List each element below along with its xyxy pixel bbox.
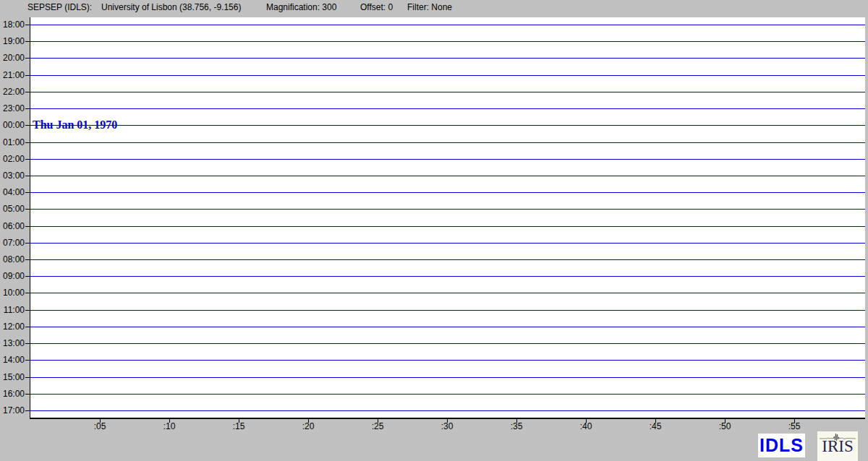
filter-label: Filter: None — [407, 2, 452, 13]
hour-tick — [25, 327, 30, 327]
trace-line-15:00 — [30, 377, 865, 378]
hour-label: 04:00 — [0, 187, 25, 197]
hour-tick — [25, 377, 30, 378]
trace-line-14:00 — [30, 360, 865, 361]
trace-line-00:00 — [30, 125, 865, 126]
hour-label: 19:00 — [0, 36, 25, 46]
minute-label: :05 — [88, 421, 111, 431]
minute-label: :10 — [158, 421, 181, 431]
hour-tick — [25, 125, 30, 126]
trace-line-07:00 — [30, 243, 865, 244]
minute-label: :45 — [644, 421, 667, 431]
trace-line-08:00 — [30, 259, 865, 260]
idls-logo-text: IDLS — [760, 435, 804, 456]
hour-label: 18:00 — [0, 20, 25, 30]
trace-line-05:00 — [30, 209, 865, 210]
station-location: University of Lisbon (38.756, -9.156) — [101, 2, 241, 13]
station-label: SEPSEP (IDLS): — [27, 2, 92, 13]
trace-line-20:00 — [30, 58, 865, 59]
hour-tick — [25, 176, 30, 176]
hour-label: 11:00 — [0, 305, 25, 315]
trace-line-18:00 — [30, 25, 865, 25]
minute-label: :35 — [505, 421, 528, 431]
hour-label: 09:00 — [0, 271, 25, 281]
hour-tick — [25, 293, 30, 293]
hour-tick — [25, 25, 30, 25]
hour-label: 01:00 — [0, 137, 25, 147]
minute-label: :30 — [435, 421, 459, 431]
trace-line-13:00 — [30, 343, 865, 344]
trace-line-09:00 — [30, 276, 865, 277]
trace-line-06:00 — [30, 226, 865, 227]
hour-tick — [25, 410, 30, 411]
trace-line-23:00 — [30, 108, 865, 109]
hour-label: 16:00 — [0, 389, 25, 399]
hour-label: 14:00 — [0, 355, 25, 365]
trace-line-21:00 — [30, 75, 865, 76]
hour-tick — [25, 226, 30, 227]
trace-line-03:00 — [30, 176, 865, 176]
hour-tick — [25, 276, 30, 277]
hour-tick — [25, 259, 30, 260]
hour-label: 17:00 — [0, 405, 25, 415]
hour-tick — [25, 310, 30, 311]
magnification-label: Magnification: 300 — [266, 2, 336, 13]
offset-label: Offset: 0 — [360, 2, 393, 13]
hour-tick — [25, 58, 30, 59]
trace-line-16:00 — [30, 394, 865, 395]
hour-tick — [25, 360, 30, 361]
hour-label: 05:00 — [0, 204, 25, 214]
minute-label: :15 — [227, 421, 250, 431]
trace-line-02:00 — [30, 159, 865, 160]
hour-label: 07:00 — [0, 238, 25, 248]
hour-label: 06:00 — [0, 221, 25, 231]
trace-line-04:00 — [30, 192, 865, 193]
hour-tick — [25, 108, 30, 109]
minute-label: :25 — [366, 421, 389, 431]
minute-label: :20 — [297, 421, 320, 431]
hour-tick — [25, 394, 30, 395]
hour-label: 20:00 — [0, 53, 25, 63]
trace-line-10:00 — [30, 293, 865, 293]
idls-applet-window: { "header": { "station": "SEPSEP (IDLS):… — [0, 0, 868, 461]
hour-label: 21:00 — [0, 70, 25, 80]
hour-label: 00:00 — [0, 120, 25, 130]
hour-label: 10:00 — [0, 288, 25, 298]
idls-logo: IDLS — [758, 434, 805, 457]
hour-label: 23:00 — [0, 103, 25, 113]
trace-line-11:00 — [30, 310, 865, 311]
seismogram-plot-canvas[interactable]: Thu Jan 01, 1970 — [30, 17, 865, 419]
iris-logo: IRIS — [817, 431, 858, 461]
hour-label: 02:00 — [0, 154, 25, 164]
trace-line-12:00 — [30, 327, 865, 327]
minute-label: :40 — [574, 421, 597, 431]
trace-line-01:00 — [30, 142, 865, 143]
hour-tick — [25, 75, 30, 76]
hour-tick — [25, 92, 30, 92]
iris-logo-text: IRIS — [817, 439, 858, 454]
hour-label: 22:00 — [0, 87, 25, 97]
hour-tick — [25, 159, 30, 160]
trace-line-22:00 — [30, 92, 865, 92]
hour-tick — [25, 343, 30, 344]
hour-label: 15:00 — [0, 372, 25, 382]
hour-tick — [25, 41, 30, 42]
hour-tick — [25, 142, 30, 143]
minute-label: :55 — [783, 421, 806, 431]
hour-tick — [25, 243, 30, 244]
hour-label: 13:00 — [0, 338, 25, 348]
hour-label: 08:00 — [0, 254, 25, 264]
minute-label: :50 — [713, 421, 736, 431]
hour-label: 03:00 — [0, 171, 25, 181]
hour-tick — [25, 209, 30, 210]
trace-line-17:00 — [30, 410, 865, 411]
hour-tick — [25, 192, 30, 193]
trace-line-19:00 — [30, 41, 865, 42]
hour-label: 12:00 — [0, 322, 25, 332]
